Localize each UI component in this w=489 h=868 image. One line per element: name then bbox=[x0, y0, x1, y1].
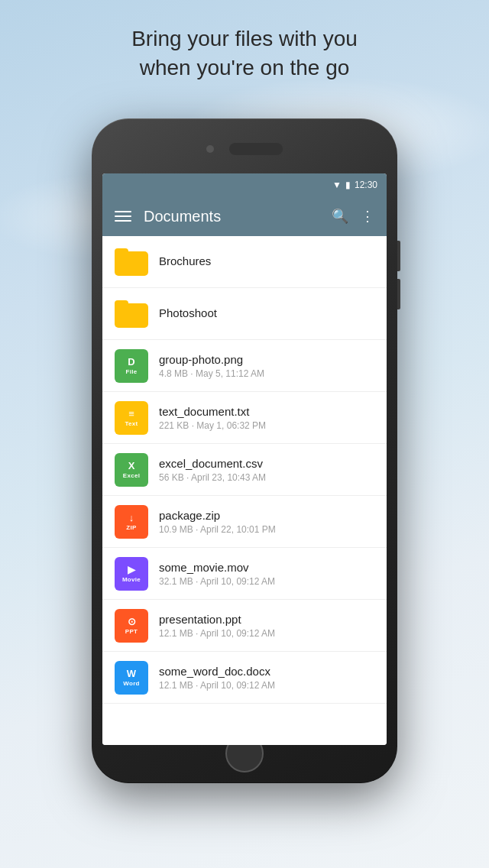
list-item[interactable]: ⊙ PPT presentation.ppt 12.1 MB · April 1… bbox=[102, 600, 387, 652]
file-meta: 56 KB · April 23, 10:43 AM bbox=[159, 472, 374, 483]
headline-line2: when you're on the go bbox=[140, 56, 350, 79]
toolbar-actions: 🔍 ⋮ bbox=[332, 208, 374, 225]
more-options-icon[interactable]: ⋮ bbox=[361, 208, 374, 225]
file-icon-letter: ▶ bbox=[128, 564, 135, 575]
file-name: group-photo.png bbox=[159, 353, 374, 366]
file-info: text_document.txt 221 KB · May 1, 06:32 … bbox=[159, 405, 374, 431]
folder-icon bbox=[115, 300, 148, 328]
file-icon-letter: X bbox=[128, 460, 135, 471]
list-item[interactable]: D File group-photo.png 4.8 MB · May 5, 1… bbox=[102, 340, 387, 392]
list-item[interactable]: ▶ Movie some_movie.mov 32.1 MB · April 1… bbox=[102, 548, 387, 600]
volume-down-button[interactable] bbox=[397, 279, 400, 309]
file-icon-letter: D bbox=[128, 356, 134, 368]
file-icon-letter: W bbox=[127, 668, 136, 679]
phone-screen: ▼ ▮ 12:30 Documents 🔍 ⋮ Brochures bbox=[102, 173, 387, 745]
file-info: Photoshoot bbox=[159, 306, 374, 322]
file-info: package.zip 10.9 MB · April 22, 10:01 PM bbox=[159, 509, 374, 535]
speaker bbox=[229, 143, 283, 155]
file-name: Photoshoot bbox=[159, 306, 374, 319]
front-camera bbox=[206, 145, 214, 153]
file-meta: 10.9 MB · April 22, 10:01 PM bbox=[159, 524, 374, 535]
file-info: some_word_doc.docx 12.1 MB · April 10, 0… bbox=[159, 665, 374, 691]
headline-line1: Bring your files with you bbox=[131, 27, 358, 50]
file-icon-type: Movie bbox=[122, 576, 141, 583]
file-icon-letter: ⊙ bbox=[128, 616, 136, 627]
file-info: some_movie.mov 32.1 MB · April 10, 09:12… bbox=[159, 561, 374, 587]
file-name: Brochures bbox=[159, 254, 374, 267]
folder-icon bbox=[115, 248, 148, 276]
search-icon[interactable]: 🔍 bbox=[332, 208, 348, 225]
file-type-icon: ▶ Movie bbox=[115, 557, 148, 591]
file-info: group-photo.png 4.8 MB · May 5, 11:12 AM bbox=[159, 353, 374, 379]
file-name: text_document.txt bbox=[159, 405, 374, 418]
battery-icon: ▮ bbox=[345, 180, 351, 190]
file-info: presentation.ppt 12.1 MB · April 10, 09:… bbox=[159, 613, 374, 639]
file-meta: 221 KB · May 1, 06:32 PM bbox=[159, 420, 374, 431]
file-icon-type: Word bbox=[123, 680, 140, 687]
file-type-icon: X Excel bbox=[115, 453, 148, 487]
file-name: some_word_doc.docx bbox=[159, 665, 374, 678]
phone-device: ▼ ▮ 12:30 Documents 🔍 ⋮ Brochures bbox=[92, 118, 397, 783]
file-icon-type: Text bbox=[125, 420, 138, 427]
list-item[interactable]: X Excel excel_document.csv 56 KB · April… bbox=[102, 444, 387, 496]
menu-button[interactable] bbox=[115, 211, 131, 222]
file-icon-type: PPT bbox=[125, 628, 138, 635]
wifi-icon: ▼ bbox=[332, 180, 342, 190]
file-meta: 4.8 MB · May 5, 11:12 AM bbox=[159, 368, 374, 379]
file-type-icon: D File bbox=[115, 349, 148, 383]
list-item[interactable]: Photoshoot bbox=[102, 288, 387, 340]
list-item[interactable]: ≡ Text text_document.txt 221 KB · May 1,… bbox=[102, 392, 387, 444]
file-type-icon: W Word bbox=[115, 661, 148, 695]
toolbar-title: Documents bbox=[144, 208, 319, 225]
file-type-icon: ⊙ PPT bbox=[115, 609, 148, 643]
file-icon-type: File bbox=[126, 368, 138, 375]
list-item[interactable]: ↓ ZIP package.zip 10.9 MB · April 22, 10… bbox=[102, 496, 387, 548]
file-name: excel_document.csv bbox=[159, 457, 374, 470]
phone-top-hardware bbox=[168, 132, 321, 166]
file-icon-letter: ≡ bbox=[128, 408, 134, 419]
app-toolbar: Documents 🔍 ⋮ bbox=[102, 196, 387, 236]
file-meta: 12.1 MB · April 10, 09:12 AM bbox=[159, 680, 374, 691]
file-info: excel_document.csv 56 KB · April 23, 10:… bbox=[159, 457, 374, 483]
file-list: Brochures Photoshoot D File group-photo.… bbox=[102, 236, 387, 745]
file-icon-type: Excel bbox=[123, 472, 140, 479]
file-icon-letter: ↓ bbox=[129, 512, 134, 523]
status-icons: ▼ ▮ 12:30 bbox=[332, 180, 377, 190]
file-name: presentation.ppt bbox=[159, 613, 374, 626]
volume-up-button[interactable] bbox=[397, 241, 400, 271]
file-meta: 32.1 MB · April 10, 09:12 AM bbox=[159, 576, 374, 587]
file-type-icon: ≡ Text bbox=[115, 401, 148, 435]
file-type-icon: ↓ ZIP bbox=[115, 505, 148, 539]
file-name: package.zip bbox=[159, 509, 374, 522]
file-meta: 12.1 MB · April 10, 09:12 AM bbox=[159, 628, 374, 639]
status-time: 12:30 bbox=[355, 180, 377, 190]
list-item[interactable]: Brochures bbox=[102, 236, 387, 288]
file-icon-type: ZIP bbox=[126, 524, 136, 531]
promo-headline: Bring your files with you when you're on… bbox=[0, 24, 489, 83]
status-bar: ▼ ▮ 12:30 bbox=[102, 173, 387, 196]
file-name: some_movie.mov bbox=[159, 561, 374, 574]
file-info: Brochures bbox=[159, 254, 374, 270]
list-item[interactable]: W Word some_word_doc.docx 12.1 MB · Apri… bbox=[102, 652, 387, 704]
